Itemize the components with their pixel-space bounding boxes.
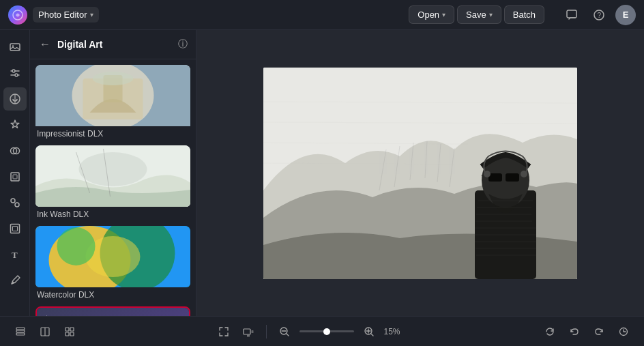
fit-icon-button[interactable]	[214, 322, 233, 341]
filter-label-watercolor: Watercolor DLX	[35, 287, 190, 301]
svg-rect-73	[16, 330, 25, 332]
bottombar-left	[11, 322, 79, 341]
zoom-plus-button[interactable]	[360, 322, 379, 341]
sidebar-icon-filters[interactable]	[3, 87, 27, 111]
svg-rect-19	[12, 227, 17, 231]
svg-text:?: ?	[598, 12, 602, 19]
panel-info-button[interactable]: ⓘ	[178, 38, 188, 51]
batch-button[interactable]: Batch	[504, 5, 544, 24]
panel-title: Digital Art	[57, 39, 173, 50]
canvas-area	[196, 30, 644, 316]
filter-label-inkwash: Ink Wash DLX	[35, 207, 190, 220]
layers-icon-button[interactable]	[11, 322, 30, 341]
main-content: T ← Digital Art ⓘ	[0, 30, 644, 316]
panel-scroll[interactable]: Impressionist DLX Ink Wash DLX	[30, 59, 196, 316]
filter-thumb-watercolor	[35, 226, 190, 287]
icon-sidebar: T	[0, 30, 30, 316]
svg-point-9	[15, 74, 18, 76]
svg-point-35	[57, 227, 96, 265]
chat-icon-button[interactable]	[561, 4, 583, 26]
help-icon-button[interactable]: ?	[588, 4, 610, 26]
svg-rect-80	[70, 332, 74, 336]
sidebar-icon-overlays[interactable]	[3, 139, 27, 162]
svg-rect-72	[16, 333, 25, 335]
filter-item-watercolor[interactable]: Watercolor DLX	[35, 226, 190, 301]
svg-rect-77	[65, 328, 69, 331]
sidebar-icon-media[interactable]	[3, 35, 27, 59]
svg-rect-1	[567, 10, 576, 18]
canvas-image	[263, 68, 577, 279]
sidebar-icon-borders[interactable]	[3, 165, 27, 188]
svg-rect-53	[506, 173, 519, 182]
svg-rect-79	[65, 332, 69, 336]
topbar: Photo Editor ▾ Open ▾ Save ▾ Batch ? E	[0, 0, 644, 30]
sidebar-icon-text[interactable]: T	[3, 243, 27, 266]
resize-icon-button[interactable]	[239, 322, 258, 341]
svg-rect-81	[244, 329, 250, 334]
svg-rect-14	[11, 173, 19, 181]
save-button[interactable]: Save ▾	[457, 5, 501, 24]
svg-text:T: T	[12, 250, 18, 260]
filter-panel: ← Digital Art ⓘ Impressionist DLX	[30, 30, 196, 316]
filter-item-inkwash[interactable]: Ink Wash DLX	[35, 145, 190, 220]
zoom-slider-thumb	[323, 328, 330, 335]
sidebar-icon-draw[interactable]	[3, 269, 27, 292]
sidebar-icon-frames[interactable]	[3, 217, 27, 240]
svg-rect-4	[10, 44, 20, 51]
topbar-actions: Open ▾ Save ▾ Batch	[409, 5, 544, 24]
svg-point-28	[79, 152, 147, 186]
zoom-percent: 15%	[384, 327, 406, 336]
bottombar: 15%	[0, 316, 644, 346]
undo-button[interactable]	[565, 322, 584, 341]
svg-point-66	[484, 171, 491, 177]
user-avatar[interactable]: E	[615, 5, 636, 25]
app-name-button[interactable]: Photo Editor ▾	[33, 7, 99, 23]
app-logo	[8, 5, 27, 25]
filter-thumb-impressionist	[35, 65, 190, 126]
svg-rect-52	[488, 173, 502, 182]
svg-rect-74	[16, 328, 25, 330]
filter-item-impressionist[interactable]: Impressionist DLX	[35, 65, 190, 140]
active-filter-card[interactable]: ☆ ✕ ✓	[35, 306, 190, 316]
panel-back-button[interactable]: ←	[38, 37, 52, 52]
grid-icon-button[interactable]	[60, 322, 79, 341]
svg-point-67	[521, 171, 527, 177]
sidebar-icon-objects[interactable]	[3, 191, 27, 214]
bottombar-center: 15%	[79, 322, 540, 341]
bottombar-divider	[266, 325, 267, 338]
svg-point-16	[11, 199, 15, 203]
svg-point-5	[12, 45, 13, 46]
filter-label-impressionist: Impressionist DLX	[35, 126, 190, 140]
app-name-chevron: ▾	[90, 11, 93, 18]
topbar-right: ? E	[561, 4, 636, 26]
history-button[interactable]	[614, 322, 633, 341]
zoom-slider[interactable]	[299, 330, 354, 332]
svg-rect-78	[70, 328, 74, 331]
panel-header: ← Digital Art ⓘ	[30, 30, 196, 59]
bottombar-right	[540, 322, 633, 341]
svg-line-84	[287, 334, 289, 336]
refresh-icon-button[interactable]	[540, 322, 559, 341]
svg-point-26	[93, 72, 134, 85]
svg-point-8	[12, 70, 15, 72]
svg-rect-18	[10, 225, 19, 233]
active-filter-inner: ☆ ✕ ✓	[37, 308, 189, 316]
svg-rect-15	[13, 175, 17, 179]
open-button[interactable]: Open ▾	[409, 5, 454, 24]
filter-thumb-inkwash	[35, 145, 190, 207]
sidebar-icon-effects[interactable]	[3, 113, 27, 136]
compare-icon-button[interactable]	[35, 322, 55, 341]
redo-button[interactable]	[589, 322, 609, 341]
sidebar-icon-adjustments[interactable]	[3, 61, 27, 85]
svg-line-88	[371, 334, 373, 336]
svg-point-17	[15, 203, 19, 207]
active-filter-star: ☆	[42, 313, 51, 316]
zoom-minus-button[interactable]	[275, 322, 294, 341]
app-name-label: Photo Editor	[38, 10, 87, 20]
